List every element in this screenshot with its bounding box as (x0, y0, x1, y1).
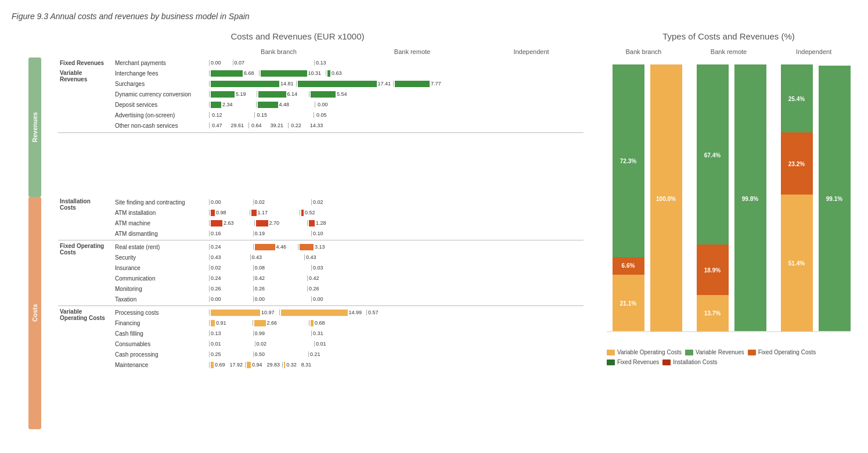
fixed-operating-costs-label: Fixed OperatingCosts (58, 242, 113, 304)
comm-bb: 0.24 (211, 275, 221, 281)
financing-label: Financing (113, 319, 209, 327)
mnt-bb-total: 17.92 (230, 362, 243, 368)
ind-costs-label: 99.1% (826, 196, 842, 202)
tax-ind: 0.00 (313, 296, 323, 302)
installation-costs-label: InstallationCosts (58, 197, 113, 239)
mnt-br-total: 29.83 (267, 362, 280, 368)
re-ind: 3.13 (315, 244, 325, 250)
pc-br: 14.99 (349, 310, 362, 315)
mp-bb-val: 0.00 (211, 60, 221, 66)
ind-foc-label: 23.2% (788, 161, 805, 167)
sec-bb: 0.43 (211, 254, 221, 260)
mnt-ind-total: 8.31 (301, 362, 312, 368)
br-costs-label: 99.8% (742, 196, 758, 202)
mon-ind: 0.26 (309, 286, 319, 292)
fin-ind: 0.68 (315, 320, 325, 326)
con-br: 0.02 (257, 341, 267, 347)
comm-ind: 0.42 (309, 275, 319, 281)
pc-ind: 0.57 (368, 310, 379, 315)
bb-costs-label: 100.0% (656, 196, 676, 202)
ind-var-rev-label: 25.4% (788, 96, 805, 102)
mp-br-val: 0.07 (235, 60, 245, 66)
col-header-ind: Independent (479, 48, 584, 55)
maintenance-label: Maintenance (113, 361, 209, 369)
mnt-br: 0.94 (252, 362, 262, 368)
legend-ic-swatch (662, 359, 671, 365)
re-br: 4.46 (276, 244, 287, 250)
dcc-br-val: 6.14 (287, 91, 298, 97)
legend-foc: Fixed Operating Costs (748, 349, 816, 355)
rc-col-br: Bank remote (686, 48, 772, 55)
ind-voc-label: 51.4% (788, 260, 805, 267)
mnt-bb: 0.69 (215, 362, 225, 368)
br-voc-label: 13.7% (704, 310, 721, 317)
legend-ic: Installation Costs (662, 359, 717, 365)
merchant-payments-label: Merchant payments (113, 57, 209, 68)
ai-br: 1.17 (258, 210, 268, 215)
br-var-rev-label: 67.4% (704, 152, 721, 159)
dep-br-val: 4.48 (279, 102, 290, 107)
onc-br-total: 39.21 (271, 123, 284, 128)
dcc-ind-val: 5.54 (337, 91, 347, 97)
cf-br: 0.99 (255, 330, 265, 336)
legend-foc-swatch (748, 350, 756, 355)
dep-bb-val: 2.34 (222, 102, 233, 107)
am-ind: 1.28 (316, 220, 326, 226)
sf-br: 0.02 (255, 199, 265, 205)
figure-title: Figure 9.3 Annual costs and revenues by … (12, 12, 856, 21)
if-bb-val: 6.68 (244, 70, 254, 76)
site-finding-label: Site finding and contracting (113, 199, 209, 206)
sf-bb: 0.00 (211, 199, 221, 205)
dcc-bb-val: 5.19 (236, 91, 246, 97)
variable-op-costs-label: VariableOperating Costs (58, 307, 113, 370)
ins-ind: 0.03 (313, 265, 323, 271)
legend-fr: Fixed Revenues (607, 359, 659, 365)
mon-br: 0.26 (255, 286, 265, 292)
con-ind: 0.01 (316, 341, 326, 347)
legend-voc-swatch (607, 350, 615, 355)
am-br: 2.70 (269, 220, 280, 226)
revenues-group-label: Revenues (28, 57, 41, 197)
con-bb: 0.01 (211, 341, 221, 347)
onc-ind-val: 0.22 (291, 123, 301, 128)
onc-bb-val: 0.47 (212, 123, 222, 128)
cp-ind: 0.21 (310, 351, 320, 357)
sf-ind: 0.02 (313, 199, 323, 205)
legend-fr-swatch (607, 359, 615, 365)
sur-ind-val: 7.77 (431, 81, 441, 87)
atm-machine-label: ATM machine (113, 220, 209, 227)
if-br-val: 10.31 (308, 70, 322, 76)
fin-bb: 0.91 (216, 320, 226, 326)
cf-bb: 0.13 (211, 330, 221, 336)
ad-br: 0.19 (255, 231, 265, 236)
tax-br: 0.00 (255, 296, 265, 302)
sec-br: 0.43 (252, 254, 262, 260)
ins-bb: 0.02 (211, 265, 221, 271)
col-header-bb: Bank branch (212, 48, 345, 55)
bb-var-rev-label: 72.3% (620, 158, 636, 164)
processing-costs-label: Processing costs (113, 309, 209, 317)
deposit-label: Deposit services (113, 101, 209, 109)
mnt-ind: 0.32 (286, 362, 297, 368)
onc-br-val: 0.64 (251, 123, 262, 128)
onc-bb-total: 29.61 (231, 123, 244, 128)
consumables-label: Consumables (113, 340, 209, 348)
comm-br: 0.42 (255, 275, 265, 281)
fixed-revenues-label: Fixed Revenues (58, 57, 113, 68)
other-noncase-label: Other non-cash services (113, 122, 209, 130)
if-ind-val: 0.63 (332, 70, 342, 76)
ad-ind: 0.10 (313, 231, 323, 236)
legend-voc: Variable Operating Costs (607, 349, 682, 355)
adv-br-val: 0.15 (257, 112, 268, 118)
legend-vr: Variable Revenues (685, 349, 744, 355)
right-chart: Types of Costs and Revenues (%) Bank bra… (601, 31, 856, 429)
atm-install-label: ATM installation (113, 209, 209, 217)
cf-ind: 0.31 (313, 330, 323, 336)
atm-dismantle-label: ATM dismantling (113, 230, 209, 238)
left-chart: Costs and Revenues (EUR x1000) Bank bran… (12, 31, 584, 429)
col-header-br: Bank remote (345, 48, 479, 55)
mon-bb: 0.26 (211, 286, 221, 292)
adv-bb-val: 0.12 (212, 112, 222, 118)
re-bb: 0.24 (211, 244, 221, 250)
cp-bb: 0.25 (211, 351, 221, 357)
